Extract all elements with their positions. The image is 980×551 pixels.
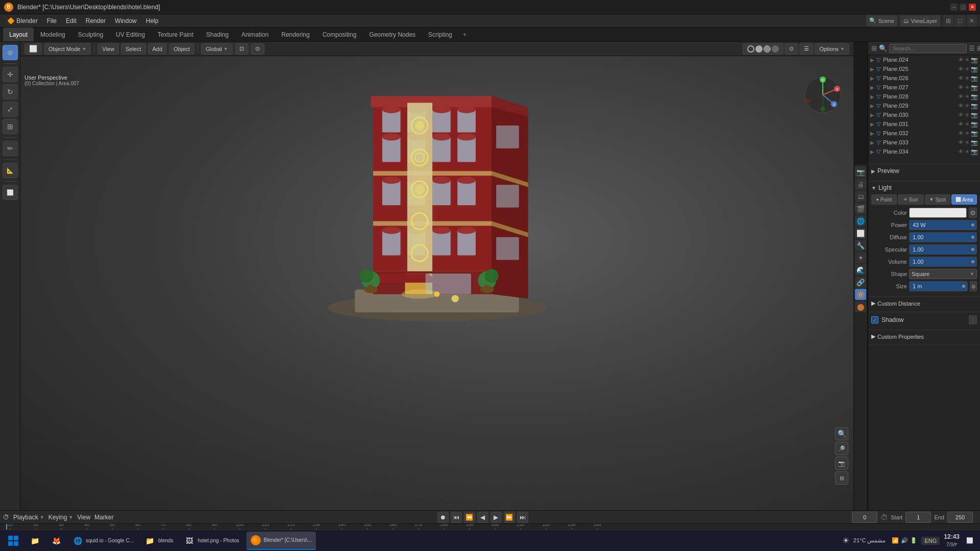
battery-icon[interactable]: 🔋 — [910, 537, 917, 544]
editor-icon[interactable]: ⊞ — [943, 15, 953, 27]
window-controls[interactable]: – □ ✕ — [950, 4, 976, 11]
light-type-point[interactable]: ● Point — [871, 194, 897, 205]
outliner-item-plane029[interactable]: ▶ ▽ Plane.029 👁☀📷 — [868, 101, 980, 110]
color-swatch[interactable] — [909, 208, 967, 218]
outliner-item-plane033[interactable]: ▶ ▽ Plane.033 👁☀📷 — [868, 138, 980, 147]
output-properties-icon[interactable]: 🖨 — [855, 179, 866, 190]
play-reverse-button[interactable]: ◀ — [477, 512, 488, 523]
material-icon[interactable]: ⬤ — [855, 301, 866, 312]
modifier-properties-icon[interactable]: 🔧 — [855, 240, 866, 251]
object-menu-button[interactable]: Object — [169, 43, 194, 55]
taskbar-firefox[interactable]: 🦊 — [47, 532, 65, 550]
3d-viewport-scene[interactable]: Y X Z 🔍 🔎 📷 ⊞ — [20, 56, 853, 510]
clock[interactable]: 12:43 7/9/٣ — [944, 533, 960, 548]
outliner-item-plane028[interactable]: ▶ ▽ Plane.028 👁☀📷 — [868, 92, 980, 101]
record-button[interactable]: ⏺ — [437, 512, 449, 523]
world-properties-icon[interactable]: 🌐 — [855, 215, 866, 227]
outliner-item-plane027[interactable]: ▶ ▽ Plane.027 👁☀📷 — [868, 83, 980, 92]
start-button[interactable] — [4, 532, 22, 550]
camera-view-button[interactable]: 📷 — [835, 457, 848, 470]
add-cube-tool[interactable]: ⬜ — [3, 185, 18, 200]
preview-section-title[interactable]: ▶ Preview — [871, 167, 977, 174]
current-frame-input[interactable]: 0 — [852, 512, 877, 523]
volume-icon[interactable]: 🔊 — [901, 537, 908, 544]
show-desktop-button[interactable]: ⬜ — [964, 532, 976, 550]
maximize-button[interactable]: □ — [960, 4, 967, 11]
zoom-in-button[interactable]: 🔍 — [835, 427, 848, 440]
close-button[interactable]: ✕ — [969, 4, 976, 11]
physics-icon[interactable]: 🌊 — [855, 264, 866, 276]
power-input[interactable]: 43 W — [909, 220, 977, 230]
close-area-icon[interactable]: ✕ — [967, 15, 977, 27]
main-viewport[interactable]: ⬜ Object Mode ▼ View Select Add Object G… — [20, 42, 853, 510]
shadow-expand-icon[interactable]: ⋮ — [969, 315, 977, 324]
tab-scripting[interactable]: Scripting — [422, 28, 458, 41]
playback-menu[interactable]: Playback ▼ — [13, 514, 44, 521]
tab-modeling[interactable]: Modeling — [34, 28, 71, 41]
tab-uv-editing[interactable]: UV Editing — [110, 28, 151, 41]
overlay-button[interactable]: ⊙ — [785, 43, 798, 55]
screen-icon[interactable]: □ — [955, 15, 965, 27]
tab-rendering[interactable]: Rendering — [275, 28, 315, 41]
measure-tool[interactable]: 📐 — [3, 163, 18, 178]
menu-file[interactable]: File — [43, 16, 61, 26]
object-properties-icon[interactable]: ⬜ — [855, 228, 866, 239]
play-button[interactable]: ▶ — [491, 512, 502, 523]
minimize-button[interactable]: – — [950, 4, 958, 11]
move-tool[interactable]: ✛ — [3, 67, 18, 82]
specular-input[interactable]: 1.00 — [909, 244, 977, 255]
add-menu-button[interactable]: Add — [148, 43, 167, 55]
taskbar-file-explorer[interactable]: 📁 — [26, 532, 44, 550]
language-indicator[interactable]: ENG — [921, 537, 940, 545]
jump-end-button[interactable]: ⏭ — [517, 512, 528, 523]
global-transform-button[interactable]: Global▼ — [201, 43, 233, 55]
grid-view-button[interactable]: ⊞ — [835, 471, 848, 485]
object-data-icon[interactable]: 🔆 — [855, 289, 866, 300]
editor-type-tl[interactable]: ⏱ — [3, 514, 9, 521]
shadow-checkbox[interactable]: ✓ — [871, 316, 878, 323]
end-frame-input[interactable]: 250 — [947, 512, 973, 523]
custom-distance-title[interactable]: ▶ Custom Distance — [871, 300, 977, 307]
render-properties-icon[interactable]: 📷 — [855, 166, 866, 178]
filter-icon[interactable]: 🔍 — [879, 43, 887, 54]
taskbar-blends-folder[interactable]: 📁 blends — [141, 532, 177, 550]
jump-start-button[interactable]: ⏮ — [451, 512, 462, 523]
select-menu-button[interactable]: Select — [121, 43, 146, 55]
taskbar-photos[interactable]: 🖼 hotel.png - Photos — [180, 532, 243, 550]
object-mode-button[interactable]: Object Mode ▼ — [44, 43, 91, 55]
light-type-sun[interactable]: ☀ Sun — [898, 194, 923, 205]
shape-select[interactable]: Square ▼ — [909, 269, 977, 279]
scene-properties-icon[interactable]: 🎬 — [855, 203, 866, 214]
size-input[interactable]: 1 m — [909, 281, 968, 291]
outliner-item-plane026[interactable]: ▶ ▽ Plane.026 👁☀📷 — [868, 73, 980, 83]
outliner-item-plane024[interactable]: ▶ ▽ Plane.024 👁☀📷 — [868, 55, 980, 64]
light-type-spot[interactable]: ▼ Spot — [925, 194, 950, 205]
scale-tool[interactable]: ⤢ — [3, 102, 18, 117]
tab-sculpting[interactable]: Sculpting — [72, 28, 109, 41]
taskbar-blender[interactable]: 🔶 Blender* [C:\Users\... — [247, 532, 316, 550]
outliner-search[interactable] — [889, 44, 967, 53]
view-tl-menu[interactable]: View — [77, 514, 90, 521]
zoom-out-button[interactable]: 🔎 — [835, 442, 848, 455]
prev-frame-button[interactable]: ⏪ — [464, 512, 475, 523]
outliner-filter-icon[interactable]: ☰ — [969, 43, 975, 54]
next-frame-button[interactable]: ⏩ — [504, 512, 515, 523]
network-icon[interactable]: 📶 — [892, 537, 899, 544]
light-section-title[interactable]: ▼ Light — [871, 184, 977, 191]
particles-icon[interactable]: ✦ — [855, 252, 866, 263]
volume-input[interactable]: 1.00 — [909, 257, 977, 267]
diffuse-input[interactable]: 1.00 — [909, 232, 977, 242]
navigation-gizmo[interactable]: Y X Z — [802, 74, 843, 115]
outliner-item-plane025[interactable]: ▶ ▽ Plane.025 👁☀📷 — [868, 64, 980, 73]
tab-layout[interactable]: Layout — [3, 28, 34, 41]
tab-animation[interactable]: Animation — [235, 28, 275, 41]
snap-button[interactable]: ⊡ — [235, 43, 249, 55]
marker-menu[interactable]: Marker — [94, 514, 113, 521]
transform-tool[interactable]: ⊞ — [3, 119, 18, 134]
menu-help[interactable]: Help — [142, 16, 163, 26]
outliner-editor-icon[interactable]: ⊞ — [871, 43, 877, 54]
tab-texture-paint[interactable]: Texture Paint — [152, 28, 200, 41]
tab-geometry-nodes[interactable]: Geometry Nodes — [363, 28, 422, 41]
outliner-item-plane034[interactable]: ▶ ▽ Plane.034 👁☀📷 — [868, 147, 980, 156]
custom-properties-title[interactable]: ▶ Custom Properties — [871, 333, 977, 340]
